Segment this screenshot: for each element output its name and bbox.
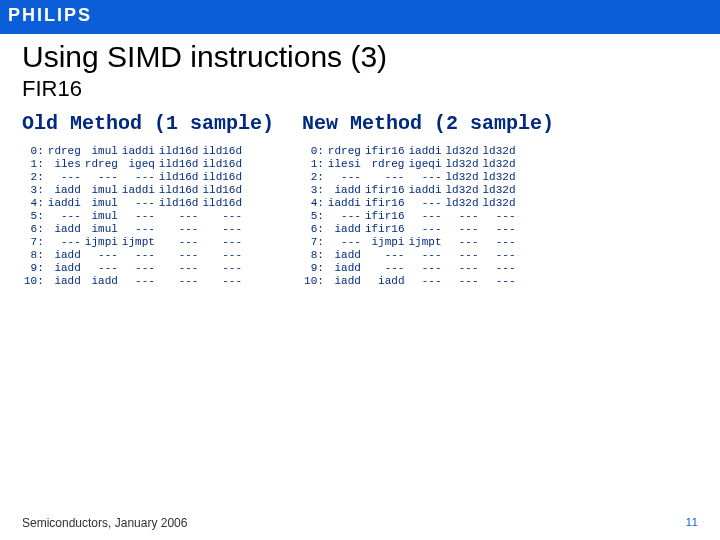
code-cell: --- [326,210,363,223]
row-index: 5: [22,210,46,223]
code-cell: iadd [46,184,83,197]
code-cell: --- [157,249,201,262]
table-row: 3:iaddifir16iaddild32dld32d [302,184,517,197]
table-row: 1:ilesirdregigeqild32dld32d [302,158,517,171]
code-cell: --- [326,236,363,249]
code-cell: ld32d [481,171,518,184]
code-cell: --- [120,197,157,210]
code-cell: ifir16 [363,223,407,236]
left-column: Old Method (1 sample) 0:rdregimuliaddiil… [22,112,274,288]
table-row: 0:rdregimuliaddiild16dild16d [22,145,244,158]
code-cell: ld32d [481,145,518,158]
code-cell: --- [120,210,157,223]
code-cell: --- [481,236,518,249]
code-cell: iaddi [120,145,157,158]
row-index: 2: [302,171,326,184]
row-index: 6: [302,223,326,236]
row-index: 10: [22,275,46,288]
right-table: 0:rdregifir16iaddild32dld32d1:ilesirdreg… [302,145,517,288]
code-cell: --- [363,262,407,275]
code-cell: rdreg [326,145,363,158]
code-cell: iadd [326,262,363,275]
table-row: 9:iadd------------ [22,262,244,275]
row-index: 4: [22,197,46,210]
code-cell: --- [157,210,201,223]
code-cell: ld32d [444,171,481,184]
code-cell: imul [83,210,120,223]
code-cell: --- [406,249,443,262]
code-cell: --- [406,210,443,223]
row-index: 0: [22,145,46,158]
code-cell: --- [444,262,481,275]
right-column: New Method (2 sample) 0:rdregifir16iaddi… [302,112,554,288]
top-bar: PHILIPS [0,0,720,34]
table-row: 4:iaddiimul---ild16dild16d [22,197,244,210]
code-cell: ld32d [444,184,481,197]
code-cell: iadd [326,223,363,236]
row-index: 3: [302,184,326,197]
code-cell: ild16d [200,145,244,158]
code-cell: ifir16 [363,145,407,158]
table-row: 5:---ifir16--------- [302,210,517,223]
row-index: 8: [302,249,326,262]
code-cell: iadd [363,275,407,288]
table-row: 7:---ijmpiijmpt------ [302,236,517,249]
code-cell: --- [326,171,363,184]
code-cell: imul [83,223,120,236]
code-cell: iadd [46,262,83,275]
right-heading: New Method (2 sample) [302,112,554,135]
code-cell: iadd [326,275,363,288]
code-cell: --- [444,275,481,288]
code-cell: --- [200,262,244,275]
code-cell: --- [406,262,443,275]
code-cell: --- [157,236,201,249]
code-cell: --- [200,275,244,288]
slide-subtitle: FIR16 [22,76,698,102]
code-cell: --- [46,236,83,249]
row-index: 9: [22,262,46,275]
code-cell: --- [83,262,120,275]
code-cell: iadd [83,275,120,288]
code-cell: --- [83,249,120,262]
code-cell: --- [120,262,157,275]
code-cell: --- [481,223,518,236]
row-index: 4: [302,197,326,210]
code-cell: rdreg [363,158,407,171]
table-row: 9:iadd------------ [302,262,517,275]
code-cell: ld32d [444,145,481,158]
code-cell: iaddi [406,145,443,158]
row-index: 10: [302,275,326,288]
code-cell: --- [444,236,481,249]
left-heading: Old Method (1 sample) [22,112,274,135]
columns: Old Method (1 sample) 0:rdregimuliaddiil… [22,112,698,288]
code-cell: iles [46,158,83,171]
code-cell: ijmpi [363,236,407,249]
code-cell: --- [120,223,157,236]
table-row: 2:---------ild16dild16d [22,171,244,184]
code-cell: --- [481,262,518,275]
code-cell: iadd [46,249,83,262]
code-cell: --- [200,223,244,236]
code-cell: ild16d [157,145,201,158]
code-cell: iaddi [326,197,363,210]
row-index: 1: [22,158,46,171]
table-row: 7:---ijmpiijmpt------ [22,236,244,249]
code-cell: --- [157,223,201,236]
row-index: 1: [302,158,326,171]
table-row: 8:iadd------------ [22,249,244,262]
code-cell: ild16d [200,158,244,171]
table-row: 6:iaddifir16--------- [302,223,517,236]
code-cell: --- [46,171,83,184]
code-cell: ld32d [481,158,518,171]
footer: Semiconductors, January 2006 11 [22,516,698,530]
code-cell: ld32d [444,158,481,171]
code-cell: iadd [326,249,363,262]
row-index: 7: [22,236,46,249]
code-cell: --- [363,249,407,262]
code-cell: --- [481,249,518,262]
brand-block: PHILIPS [0,0,100,34]
code-cell: ijmpi [83,236,120,249]
code-cell: ijmpt [406,236,443,249]
code-cell: --- [83,171,120,184]
table-row: 5:---imul--------- [22,210,244,223]
